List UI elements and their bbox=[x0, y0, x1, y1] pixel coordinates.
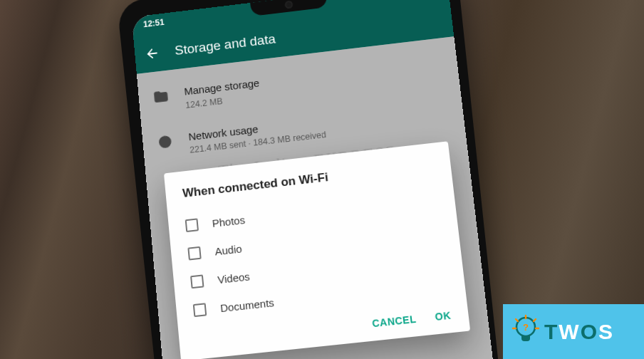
back-arrow-icon[interactable] bbox=[144, 46, 160, 62]
page-title: Storage and data bbox=[174, 31, 276, 58]
twos-badge: ? TWOS bbox=[503, 304, 644, 359]
option-label: Documents bbox=[219, 296, 274, 314]
ok-button[interactable]: OK bbox=[435, 309, 452, 323]
twos-text: TWOS bbox=[544, 320, 614, 344]
option-label: Videos bbox=[217, 270, 251, 286]
checkbox-videos[interactable] bbox=[190, 274, 204, 288]
status-time: 12:51 bbox=[142, 17, 165, 29]
lightbulb-icon: ? bbox=[511, 314, 540, 350]
checkbox-documents[interactable] bbox=[193, 303, 207, 317]
wifi-media-dialog: When connected on Wi-Fi Photos Audio Vid… bbox=[164, 141, 470, 359]
checkbox-audio[interactable] bbox=[187, 246, 201, 261]
checkbox-photos[interactable] bbox=[185, 218, 199, 232]
svg-text:?: ? bbox=[523, 322, 529, 333]
phone-frame: 12:51 ▾ 64% Storage and data bbox=[117, 0, 506, 359]
phone-screen: 12:51 ▾ 64% Storage and data bbox=[132, 0, 502, 359]
option-label: Photos bbox=[212, 214, 246, 229]
option-label: Audio bbox=[214, 242, 243, 257]
cancel-button[interactable]: CANCEL bbox=[371, 313, 417, 330]
